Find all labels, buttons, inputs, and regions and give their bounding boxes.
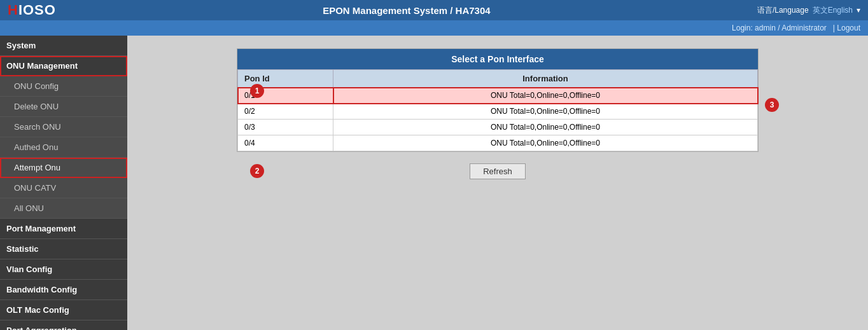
sidebar-item-system[interactable]: System — [0, 36, 127, 56]
pon-container: Select a Pon Interface Pon Id Informatio… — [237, 48, 759, 152]
logo-red: H — [8, 2, 18, 18]
sidebar-item-onu-management[interactable]: ONU Management — [0, 56, 127, 76]
refresh-area: Refresh — [140, 163, 855, 179]
sidebar-item-port-aggregration[interactable]: Port Aggregration — [0, 320, 127, 330]
badge-1: 1 — [250, 84, 264, 98]
header-top: HIOSO EPON Management System / HA7304 语言… — [0, 0, 868, 20]
content-area: Select a Pon Interface Pon Id Informatio… — [127, 36, 868, 330]
table-row[interactable]: 0/1 ONU Total=0,Online=0,Offline=0 — [238, 88, 758, 104]
sidebar-item-delete-onu[interactable]: Delete ONU — [0, 97, 127, 117]
logo: HIOSO — [8, 2, 56, 18]
sidebar-item-all-onu[interactable]: All ONU — [0, 198, 127, 219]
sidebar-item-bandwidth-config[interactable]: Bandwidth Config — [0, 280, 127, 300]
table-row[interactable]: 0/2 ONU Total=0,Online=0,Offline=0 — [238, 104, 758, 120]
sidebar-item-statistic[interactable]: Statistic — [0, 239, 127, 259]
login-info: Login: admin / Administrator — [732, 24, 827, 32]
sidebar-item-vlan-config[interactable]: Vlan Config — [0, 259, 127, 280]
header-title: EPON Management System / HA7304 — [56, 5, 757, 16]
col-pon-id: Pon Id — [238, 70, 333, 88]
pon-id-cell: 0/2 — [238, 104, 333, 120]
sidebar-item-search-onu[interactable]: Search ONU — [0, 117, 127, 137]
pon-table: Pon Id Information 0/1 ONU Total=0,Onlin… — [237, 69, 758, 151]
main-layout: System ONU Management ONU Config Delete … — [0, 36, 868, 330]
logout-link[interactable]: | Logout — [833, 24, 860, 32]
col-information: Information — [333, 70, 758, 88]
sidebar-item-onu-catv[interactable]: ONU CATV — [0, 178, 127, 198]
sidebar-item-port-management[interactable]: Port Management — [0, 219, 127, 239]
refresh-button[interactable]: Refresh — [470, 163, 526, 179]
table-row[interactable]: 0/4 ONU Total=0,Online=0,Offline=0 — [238, 135, 758, 151]
logo-area: HIOSO — [8, 2, 56, 18]
language-dropdown[interactable]: 英文English — [813, 5, 853, 16]
pon-panel-title: Select a Pon Interface — [237, 49, 758, 69]
table-row[interactable]: 0/3 ONU Total=0,Online=0,Offline=0 — [238, 120, 758, 135]
pon-id-cell: 0/4 — [238, 135, 333, 151]
pon-id-cell: 0/3 — [238, 120, 333, 135]
badge-3: 3 — [765, 98, 779, 112]
header-lang: 语言/Language 英文English ▾ — [757, 5, 860, 16]
lang-dropdown-icon[interactable]: ▾ — [857, 6, 860, 15]
sidebar-item-onu-config[interactable]: ONU Config — [0, 76, 127, 97]
sidebar-item-olt-mac-config[interactable]: OLT Mac Config — [0, 300, 127, 320]
info-cell: ONU Total=0,Online=0,Offline=0 — [333, 120, 758, 135]
header-bottom: Login: admin / Administrator | Logout — [0, 20, 868, 36]
sidebar: System ONU Management ONU Config Delete … — [0, 36, 127, 330]
info-cell: ONU Total=0,Online=0,Offline=0 — [333, 135, 758, 151]
info-cell: ONU Total=0,Online=0,Offline=0 — [333, 104, 758, 120]
badge-2: 2 — [250, 164, 264, 178]
sidebar-item-authed-onu[interactable]: Authed Onu — [0, 137, 127, 158]
language-label: 语言/Language — [757, 5, 809, 16]
sidebar-item-attempt-onu[interactable]: Attempt Onu — [0, 158, 127, 178]
info-cell: ONU Total=0,Online=0,Offline=0 — [333, 88, 758, 104]
